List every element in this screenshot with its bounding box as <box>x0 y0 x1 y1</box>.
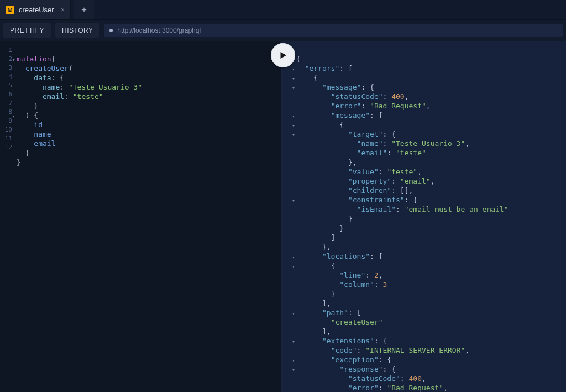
mutation-badge-icon: M <box>6 6 14 14</box>
fold-icon[interactable]: ▾ <box>291 112 296 121</box>
fold-icon[interactable]: ▾ <box>291 196 296 205</box>
editor-panes: 1 2 3 4 5 6 7 8 9 10 11 12 ▾mutation{ cr… <box>0 41 566 392</box>
endpoint-url-box[interactable] <box>104 24 563 37</box>
fold-icon[interactable]: ▾ <box>291 356 296 365</box>
fold-icon[interactable]: ▾ <box>291 65 296 74</box>
new-tab-button[interactable]: + <box>74 0 94 19</box>
response-viewer[interactable]: ▾{ ▾ "errors": [ ▾ { ▾ "message": { "sta… <box>283 41 566 392</box>
fold-icon[interactable]: ▾ <box>291 130 296 139</box>
query-editor[interactable]: 1 2 3 4 5 6 7 8 9 10 11 12 ▾mutation{ cr… <box>0 41 283 392</box>
tab-bar: M createUser × + <box>0 0 566 20</box>
close-icon[interactable]: × <box>61 6 65 14</box>
fold-icon[interactable]: ▾ <box>291 337 296 346</box>
endpoint-input[interactable] <box>117 27 557 34</box>
status-dot-icon <box>109 29 113 32</box>
play-icon <box>278 50 288 60</box>
fold-icon[interactable]: ▾ <box>291 74 296 83</box>
tab-create-user[interactable]: M createUser × <box>0 0 71 19</box>
history-button[interactable]: HISTORY <box>55 23 99 38</box>
fold-icon[interactable]: ▾ <box>291 83 296 92</box>
plus-icon: + <box>81 6 87 14</box>
toolbar: PRETTIFY HISTORY <box>0 20 566 41</box>
query-code[interactable]: ▾mutation{ createUser( data: { name: "Te… <box>12 41 281 392</box>
fold-icon[interactable]: ▾ <box>291 365 296 374</box>
tab-title: createUser <box>19 6 54 14</box>
fold-icon[interactable]: ▾ <box>291 309 296 318</box>
fold-icon[interactable]: ▾ <box>12 55 17 64</box>
line-gutter: 1 2 3 4 5 6 7 8 9 10 11 12 <box>0 41 12 392</box>
fold-icon[interactable]: ▾ <box>291 253 296 262</box>
run-query-button[interactable] <box>271 43 295 67</box>
response-code: ▾{ ▾ "errors": [ ▾ { ▾ "message": { "sta… <box>283 41 566 392</box>
fold-icon[interactable]: ▾ <box>12 112 17 121</box>
prettify-button[interactable]: PRETTIFY <box>3 23 51 38</box>
fold-icon[interactable]: ▾ <box>291 121 296 130</box>
fold-icon[interactable]: ▾ <box>291 262 296 271</box>
